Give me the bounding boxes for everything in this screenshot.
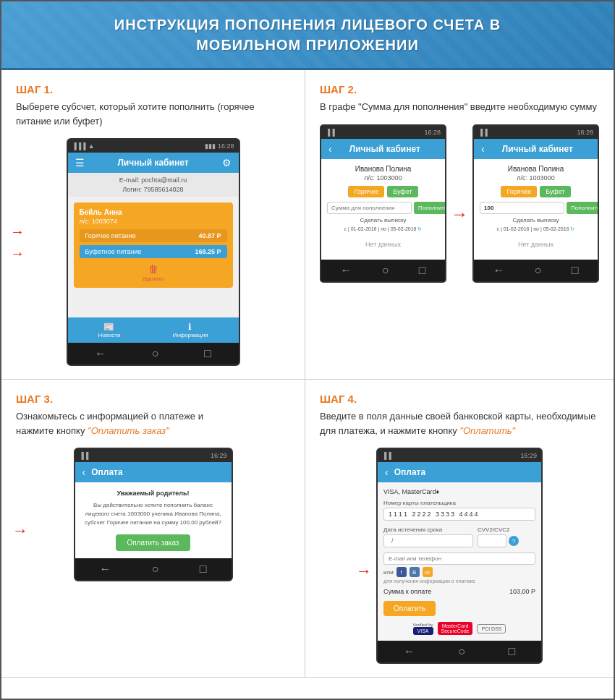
security-badges: Verified by VISA MasterCard SecureCode P… xyxy=(383,622,535,635)
buf-amount: 168.25 Р xyxy=(195,248,221,255)
buf-label: Буфетное питание xyxy=(85,248,142,255)
signal-s3: ▐▐ xyxy=(80,452,89,459)
step4-body: VISA, MasterCard♦ Номер карты плательщик… xyxy=(378,482,541,641)
time-s3: 16:29 xyxy=(211,452,227,459)
buf-balance-row[interactable]: Буфетное питание 168.25 Р xyxy=(80,245,227,258)
payment-body: Уважаемый родитель! Вы действительно хот… xyxy=(75,482,232,558)
step4-title: Оплата xyxy=(394,467,425,477)
visa-badge-logo: VISA xyxy=(413,627,433,635)
date-row-left: с | 01-02-2016 | по | 05-02-2016 ↻ xyxy=(327,226,439,232)
or-label: или xyxy=(383,569,394,576)
sum-row: Сумма к оплате 103,00 Р xyxy=(383,588,535,595)
step2-phones-wrapper: ▐▐ 16:28 ‹ Личный кабинет Иванова Полина… xyxy=(320,124,599,283)
back-nav-right[interactable]: ← xyxy=(493,264,505,277)
back-nav-left[interactable]: ← xyxy=(341,264,352,277)
tab-news[interactable]: 📰 Новости xyxy=(98,322,121,338)
cvv-label: CVV2/CVC2 xyxy=(478,526,519,533)
tab-hot-left[interactable]: Горячее xyxy=(348,186,384,197)
wifi-icon: ▲ xyxy=(88,142,95,150)
recent-nav-left[interactable]: □ xyxy=(419,264,426,277)
payment-topbar: ‹ Оплата xyxy=(75,462,232,482)
sum-input-left[interactable] xyxy=(327,202,412,214)
step4-cell: ШАГ 4. Введите в поля данные своей банко… xyxy=(305,380,614,678)
phone-bottom-bar: ← ○ □ xyxy=(68,343,239,364)
sum-input-right[interactable] xyxy=(480,202,564,214)
hot-amount: 40.87 Р xyxy=(198,232,221,239)
pay-order-button[interactable]: Оплатить заказ xyxy=(116,534,191,551)
card-field-label: Номер карты плательщика xyxy=(383,500,535,506)
facebook-icon[interactable]: f xyxy=(396,567,407,577)
step3-label: ШАГ 3. xyxy=(16,393,290,405)
step3-desc: Ознакомьтесь с информацией о платеже и н… xyxy=(16,409,290,438)
refresh-icon-left[interactable]: ↻ xyxy=(417,226,422,232)
tab-info[interactable]: ℹ Информация xyxy=(172,322,208,338)
refresh-icon-right[interactable]: ↻ xyxy=(570,226,574,232)
fill-btn-left[interactable]: Пополнить xyxy=(414,202,446,214)
tab-buf-right[interactable]: Буфет xyxy=(540,186,570,197)
lk-input-row-right: Пополнить xyxy=(480,202,592,214)
vk-icon[interactable]: В xyxy=(410,567,420,577)
recent-nav-s3[interactable]: □ xyxy=(200,563,207,576)
home-nav-left[interactable]: ○ xyxy=(382,264,389,277)
news-icon: 📰 xyxy=(98,322,121,332)
sum-value: 103,00 Р xyxy=(509,588,535,595)
home-nav-s4[interactable]: ○ xyxy=(458,645,465,658)
step4-phone-wrapper: → ▐▐ 16:29 ‹ Оплата VISA, MasterCard♦ Но… xyxy=(320,448,599,664)
signal-icon: ▐▐ xyxy=(326,129,335,136)
user-email: E-mail: pochta@mail.ru xyxy=(75,176,232,185)
pay-button-s4[interactable]: Оплатить xyxy=(383,601,436,616)
bottom-bar-s4: ← ○ □ xyxy=(378,641,541,662)
topbar-title: Личный кабинет xyxy=(85,158,222,168)
back-nav-s4[interactable]: ← xyxy=(404,645,415,658)
delete-btn[interactable]: 🗑 Удалить xyxy=(80,262,227,282)
delete-label: Удалить xyxy=(80,276,227,282)
tab-buf-left[interactable]: Буфет xyxy=(387,186,417,197)
cvv-wrap: CVV2/CVC2 ? xyxy=(478,524,535,547)
back-nav-s3[interactable]: ← xyxy=(100,563,111,576)
step1-phone-wrapper: → → ▐▐▐ ▲ ▮▮▮ 16:28 ☰ Личный xyxy=(16,138,290,366)
step2-phone-left: ▐▐ 16:28 ‹ Личный кабинет Иванова Полина… xyxy=(320,124,446,283)
lk-body-left: Иванова Полина л/с: 1003000 Горячее Буфе… xyxy=(321,159,445,260)
step2-desc: В графе "Сумма для пополнения" введите н… xyxy=(320,100,599,114)
home-nav-right[interactable]: ○ xyxy=(535,264,542,277)
time-display: 16:28 xyxy=(218,142,234,150)
no-data-right: Нет данных xyxy=(480,235,592,254)
cvv-input[interactable] xyxy=(478,534,506,547)
hot-balance-row[interactable]: Горячее питание 40.87 Р xyxy=(80,229,227,242)
lk-input-row-left: Пополнить xyxy=(327,202,439,214)
date-to-left: | по | 05-02-2016 xyxy=(378,226,417,231)
home-nav-s3[interactable]: ○ xyxy=(152,563,159,576)
ok-icon[interactable]: ok xyxy=(423,567,433,577)
recent-nav-s4[interactable]: □ xyxy=(509,645,516,658)
status-bar-left: ▐▐ 16:28 xyxy=(321,126,445,139)
signal-icon-right: ▐▐ xyxy=(478,129,488,136)
social-row: или f В ok xyxy=(383,567,535,577)
recent-nav-icon[interactable]: □ xyxy=(204,347,211,360)
back-arrow-s3[interactable]: ‹ xyxy=(82,466,86,478)
step4-topbar: ‹ Оплата xyxy=(378,462,541,482)
cvv-help-icon[interactable]: ? xyxy=(509,536,519,546)
step4-desc: Введите в поля данные своей банковской к… xyxy=(320,409,599,438)
user-login: Логин: 79585614828 xyxy=(75,185,232,195)
main-grid: ШАГ 1. Выберете субсчет, который хотите … xyxy=(1,70,614,678)
mastercard-badge: MasterCard SecureCode xyxy=(438,622,473,635)
recent-nav-right[interactable]: □ xyxy=(572,264,579,277)
date-month-input[interactable] xyxy=(383,534,473,547)
extract-right: Сделать выписку xyxy=(480,217,592,223)
tab-hot-right[interactable]: Горячее xyxy=(501,186,537,197)
topbar-right: ‹ Личный кабинет xyxy=(474,139,598,159)
battery-icon: ▮▮▮ xyxy=(205,142,216,150)
step1-phone: ▐▐▐ ▲ ▮▮▮ 16:28 ☰ Личный кабинет ⚙ xyxy=(67,138,240,366)
email-phone-input[interactable] xyxy=(383,552,535,565)
back-arrow-s4[interactable]: ‹ xyxy=(385,466,389,478)
back-nav-icon[interactable]: ← xyxy=(95,347,106,360)
fill-btn-right[interactable]: Пополнить xyxy=(567,202,599,214)
account-name: Бейль Анна xyxy=(80,208,227,216)
arrow-step3: → xyxy=(12,521,28,540)
arrow-hot-icon: → xyxy=(10,223,25,240)
date-wrap: Дата истечения срока xyxy=(383,524,473,547)
home-nav-icon[interactable]: ○ xyxy=(152,347,159,360)
step3-status-bar: ▐▐ 16:29 xyxy=(75,449,232,462)
arrow-between-phones: → xyxy=(451,204,468,224)
date-from-right: с | 01-02-2016 xyxy=(497,226,530,231)
